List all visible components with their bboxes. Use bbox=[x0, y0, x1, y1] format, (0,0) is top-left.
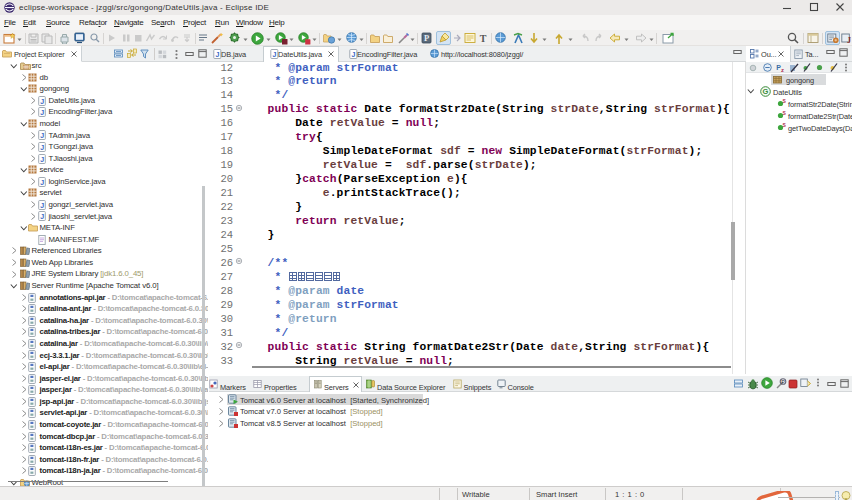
svg-text:J: J bbox=[40, 144, 44, 151]
svg-text:J: J bbox=[40, 155, 44, 162]
svg-text:z: z bbox=[781, 67, 784, 73]
svg-text:J: J bbox=[40, 97, 44, 104]
svg-text:P: P bbox=[424, 33, 429, 43]
svg-text:J: J bbox=[351, 50, 355, 57]
svg-text:J: J bbox=[215, 50, 219, 57]
svg-text:J: J bbox=[40, 132, 44, 139]
svg-text:P: P bbox=[781, 378, 785, 384]
svg-text:J: J bbox=[847, 36, 851, 45]
svg-text:J: J bbox=[40, 213, 44, 220]
svg-text:J: J bbox=[40, 201, 44, 208]
svg-text:T: T bbox=[480, 33, 487, 44]
svg-text:J: J bbox=[40, 109, 44, 116]
svg-text:J: J bbox=[40, 178, 44, 185]
svg-text:G: G bbox=[763, 87, 769, 96]
svg-text:J: J bbox=[272, 50, 276, 57]
